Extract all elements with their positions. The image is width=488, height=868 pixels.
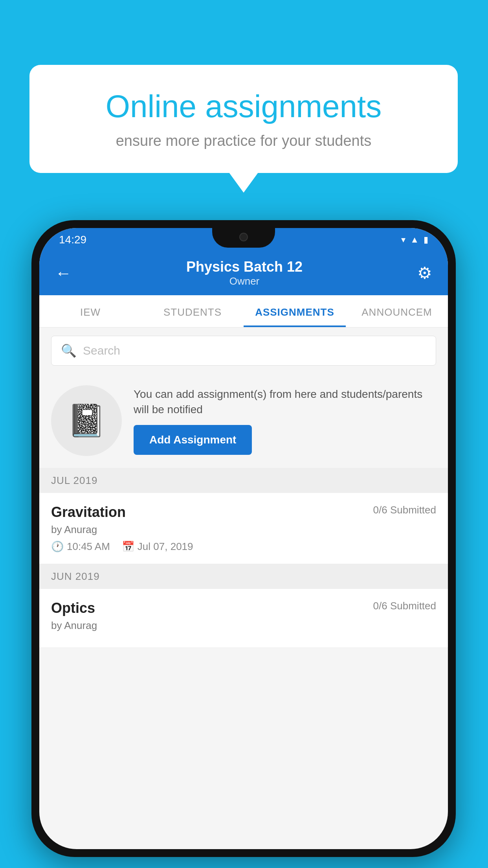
promo-section: 📓 You can add assignment(s) from here an… — [39, 373, 448, 468]
wifi-icon: ▾ — [401, 235, 405, 245]
assignment-row1-optics: Optics 0/6 Submitted — [51, 600, 436, 616]
bubble-subtitle: ensure more practice for your students — [61, 132, 426, 149]
notch — [212, 228, 275, 248]
assignment-item-optics[interactable]: Optics 0/6 Submitted by Anurag — [39, 589, 448, 648]
header-subtitle: Owner — [186, 275, 303, 287]
battery-icon: ▮ — [424, 235, 428, 245]
speech-bubble: Online assignments ensure more practice … — [29, 65, 458, 173]
assignment-submitted-optics: 0/6 Submitted — [373, 600, 436, 612]
back-button[interactable]: ← — [55, 264, 72, 283]
promo-icon-circle: 📓 — [51, 385, 122, 456]
meta-date: 📅 Jul 07, 2019 — [122, 541, 193, 553]
promo-text: You can add assignment(s) from here and … — [134, 386, 436, 417]
tab-students[interactable]: STUDENTS — [141, 295, 244, 327]
header-center: Physics Batch 12 Owner — [186, 259, 303, 287]
calendar-icon: 📅 — [122, 541, 134, 553]
meta-time: 🕐 10:45 AM — [51, 541, 110, 553]
tab-assignments[interactable]: ASSIGNMENTS — [244, 295, 346, 327]
phone-inner: 14:29 ▾ ▲ ▮ ← Physics Batch 12 Owner ⚙ I… — [39, 228, 448, 849]
assignment-author: by Anurag — [51, 524, 436, 536]
settings-icon[interactable]: ⚙ — [417, 263, 432, 283]
assignment-meta: 🕐 10:45 AM 📅 Jul 07, 2019 — [51, 541, 436, 553]
assignment-submitted: 0/6 Submitted — [373, 504, 436, 516]
meta-date-value: Jul 07, 2019 — [138, 541, 193, 553]
header-title: Physics Batch 12 — [186, 259, 303, 275]
status-icons: ▾ ▲ ▮ — [401, 235, 428, 245]
search-placeholder: Search — [83, 344, 120, 357]
assignment-item-gravitation[interactable]: Gravitation 0/6 Submitted by Anurag 🕐 10… — [39, 493, 448, 564]
add-assignment-button[interactable]: Add Assignment — [134, 425, 252, 455]
status-time: 14:29 — [59, 234, 86, 246]
tabs-bar: IEW STUDENTS ASSIGNMENTS ANNOUNCEM — [39, 295, 448, 328]
tab-announcements[interactable]: ANNOUNCEM — [346, 295, 448, 327]
assignment-author-optics: by Anurag — [51, 620, 436, 632]
notebook-icon: 📓 — [67, 402, 106, 439]
search-icon: 🔍 — [61, 343, 77, 358]
assignment-name: Gravitation — [51, 504, 126, 520]
meta-time-value: 10:45 AM — [67, 541, 110, 553]
status-bar: 14:29 ▾ ▲ ▮ — [39, 228, 448, 252]
promo-content: You can add assignment(s) from here and … — [134, 386, 436, 455]
assignment-row1: Gravitation 0/6 Submitted — [51, 504, 436, 520]
app-header: ← Physics Batch 12 Owner ⚙ — [39, 252, 448, 295]
section-header-jul: JUL 2019 — [39, 468, 448, 493]
phone-frame: 14:29 ▾ ▲ ▮ ← Physics Batch 12 Owner ⚙ I… — [31, 220, 456, 857]
speech-bubble-container: Online assignments ensure more practice … — [29, 65, 458, 173]
notch-camera — [239, 233, 248, 241]
assignment-name-optics: Optics — [51, 600, 95, 616]
section-header-jun: JUN 2019 — [39, 564, 448, 589]
clock-icon: 🕐 — [51, 541, 64, 553]
bubble-title: Online assignments — [61, 88, 426, 125]
tab-overview[interactable]: IEW — [39, 295, 141, 327]
signal-icon: ▲ — [410, 235, 419, 245]
search-bar[interactable]: 🔍 Search — [51, 336, 436, 366]
